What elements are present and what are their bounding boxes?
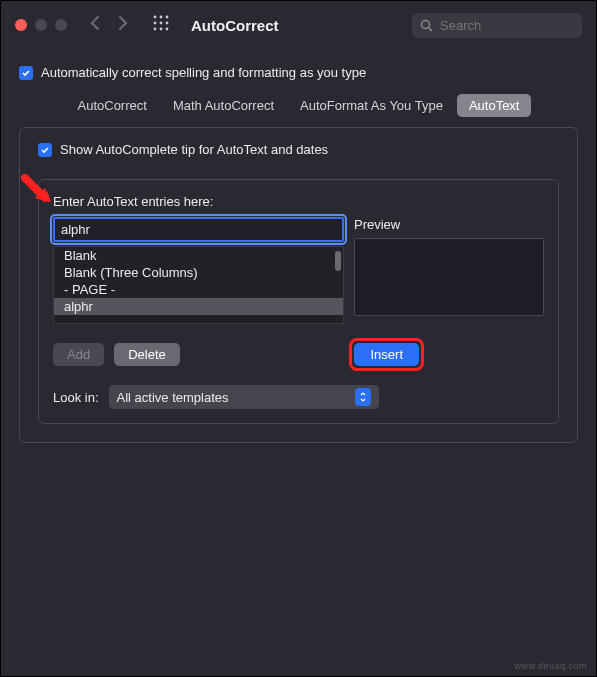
close-button[interactable] [15,19,27,31]
svg-point-2 [166,16,169,19]
lookin-value: All active templates [117,390,229,405]
search-input[interactable] [412,13,582,38]
entries-heading: Enter AutoText entries here: [53,194,544,209]
insert-button[interactable]: Insert [354,343,419,366]
tab-bar: AutoCorrect Math AutoCorrect AutoFormat … [19,94,578,117]
delete-button[interactable]: Delete [114,343,180,366]
zoom-button[interactable] [55,19,67,31]
svg-line-10 [429,27,433,31]
tab-autotext[interactable]: AutoText [457,94,532,117]
minimize-button[interactable] [35,19,47,31]
autocomplete-checkbox[interactable] [38,143,52,157]
preview-heading: Preview [354,217,544,232]
content-area: Automatically correct spelling and forma… [1,49,596,459]
window-controls [15,19,67,31]
list-item[interactable]: - PAGE - [54,281,343,298]
arrow-annotation-icon [21,174,57,214]
entries-panel: Enter AutoText entries here: Blank Blank… [38,179,559,424]
tab-autocorrect[interactable]: AutoCorrect [66,94,159,117]
add-button: Add [53,343,104,366]
auto-correct-checkbox[interactable] [19,66,33,80]
svg-point-4 [160,22,163,25]
auto-correct-toggle-row: Automatically correct spelling and forma… [19,65,578,80]
entries-list[interactable]: Blank Blank (Three Columns) - PAGE - alp… [53,246,344,324]
button-row: Add Delete Insert [53,338,544,371]
svg-point-0 [154,16,157,19]
titlebar: AutoCorrect [1,1,596,49]
lookin-label: Look in: [53,390,99,405]
insert-highlight: Insert [349,338,424,371]
preview-box [354,238,544,316]
svg-point-9 [422,20,430,28]
svg-point-5 [166,22,169,25]
list-item[interactable]: alphr [54,298,343,315]
list-item[interactable]: Blank (Three Columns) [54,264,343,281]
svg-point-1 [160,16,163,19]
back-icon[interactable] [89,15,100,35]
lookin-row: Look in: All active templates [53,385,544,409]
svg-point-7 [160,28,163,31]
list-item[interactable]: Blank [54,247,343,264]
autotext-input[interactable] [53,217,344,242]
window-title: AutoCorrect [191,17,279,34]
forward-icon[interactable] [118,15,129,35]
chevron-updown-icon [355,388,371,406]
nav-arrows [89,15,129,35]
autocomplete-label: Show AutoComplete tip for AutoText and d… [60,142,328,157]
tab-autoformat[interactable]: AutoFormat As You Type [288,94,455,117]
search-box [412,13,582,38]
grid-icon[interactable] [153,15,169,35]
autotext-panel: Show AutoComplete tip for AutoText and d… [19,127,578,443]
scrollbar-thumb[interactable] [335,251,341,271]
tab-math-autocorrect[interactable]: Math AutoCorrect [161,94,286,117]
lookin-select[interactable]: All active templates [109,385,379,409]
search-icon [420,18,433,36]
watermark: www.deuaq.com [514,661,587,671]
autocomplete-toggle-row: Show AutoComplete tip for AutoText and d… [38,142,559,157]
svg-point-3 [154,22,157,25]
autocorrect-window: AutoCorrect Automatically correct spelli… [0,0,597,677]
svg-point-8 [166,28,169,31]
svg-point-6 [154,28,157,31]
auto-correct-label: Automatically correct spelling and forma… [41,65,366,80]
